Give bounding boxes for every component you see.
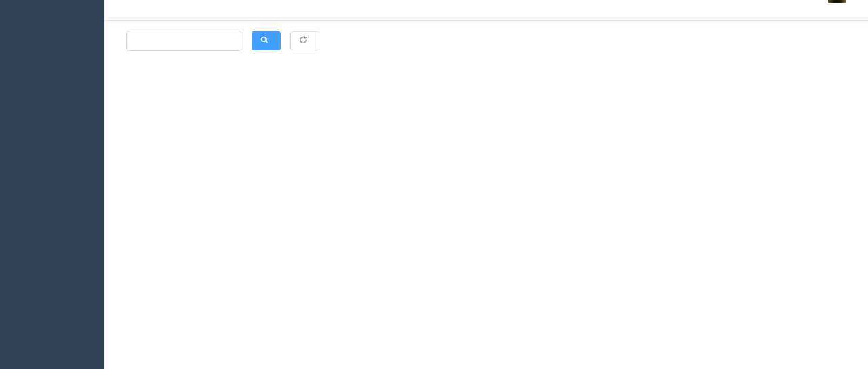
avatar-edge-artifact — [828, 0, 846, 3]
refresh-icon — [299, 36, 307, 46]
main-panel — [104, 0, 868, 369]
reset-button[interactable] — [290, 31, 319, 50]
tabs-bar — [104, 0, 868, 21]
content-area — [104, 21, 868, 369]
search-button[interactable] — [252, 31, 281, 50]
customer-name-input[interactable] — [126, 31, 241, 51]
search-icon — [260, 36, 269, 46]
app-window — [0, 0, 868, 369]
sidebar — [0, 0, 104, 369]
search-form — [119, 29, 853, 52]
